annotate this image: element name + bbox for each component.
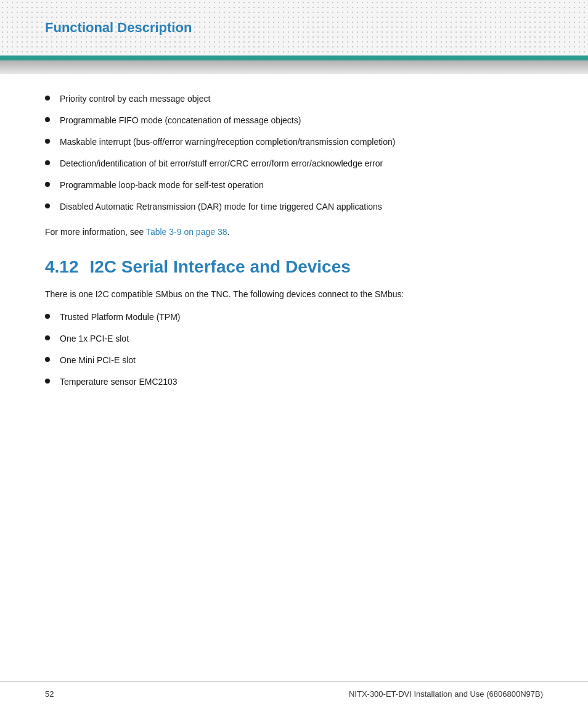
list-item-text: Maskable interrupt (bus-off/error warnin… [60,136,543,149]
bullet-icon [45,160,50,165]
bullet-icon [45,357,50,362]
bullet-icon [45,314,50,319]
section-bullet-list: Trusted Platform Module (TPM) One 1x PCI… [45,311,543,388]
page-number: 52 [45,689,54,699]
reference-paragraph: For more information, see Table 3-9 on p… [45,226,543,239]
bullet-icon [45,139,50,144]
list-item: Temperature sensor EMC2103 [45,376,543,388]
list-item-text: Disabled Automatic Retransmission (DAR) … [60,200,543,213]
reference-link[interactable]: Table 3-9 on page 38 [146,227,227,237]
section-heading: 4.12 I2C Serial Interface and Devices [45,257,543,277]
bullet-icon [45,117,50,122]
bullet-icon [45,335,50,340]
accent-bar [0,55,588,60]
top-bullet-list: Priority control by each message object … [45,92,543,213]
list-item: Trusted Platform Module (TPM) [45,311,543,324]
reference-before-text: For more information, see [45,227,146,237]
section-number: 4.12 [45,257,79,277]
list-item: Programmable FIFO mode (concatenation of… [45,114,543,127]
list-item: Priority control by each message object [45,92,543,105]
list-item-text: Programmable loop-back mode for self-tes… [60,179,543,192]
section-title: I2C Serial Interface and Devices [90,257,351,277]
main-content: Priority control by each message object … [0,74,588,450]
bullet-icon [45,96,50,101]
list-item-text: One 1x PCI-E slot [60,332,543,345]
page-footer: 52 NITX-300-ET-DVI Installation and Use … [0,681,588,706]
bullet-icon [45,379,50,384]
list-item-text: Priority control by each message object [60,92,543,105]
list-item: One Mini PCI-E slot [45,354,543,367]
list-item: Maskable interrupt (bus-off/error warnin… [45,136,543,149]
header: Functional Description [0,0,588,55]
header-title-bar: Functional Description [0,0,588,55]
list-item: Detection/identification of bit error/st… [45,157,543,170]
bullet-icon [45,203,50,208]
page-title: Functional Description [0,20,192,36]
section-intro-text: There is one I2C compatible SMbus on the… [45,288,543,301]
list-item: One 1x PCI-E slot [45,332,543,345]
list-item-text: Temperature sensor EMC2103 [60,376,543,388]
list-item-text: Trusted Platform Module (TPM) [60,311,543,324]
list-item-text: One Mini PCI-E slot [60,354,543,367]
document-title: NITX-300-ET-DVI Installation and Use (68… [349,689,543,699]
list-item-text: Detection/identification of bit error/st… [60,157,543,170]
list-item-text: Programmable FIFO mode (concatenation of… [60,114,543,127]
reference-after-text: . [227,227,229,237]
list-item: Disabled Automatic Retransmission (DAR) … [45,200,543,213]
gray-bar [0,60,588,74]
bullet-icon [45,182,50,187]
list-item: Programmable loop-back mode for self-tes… [45,179,543,192]
